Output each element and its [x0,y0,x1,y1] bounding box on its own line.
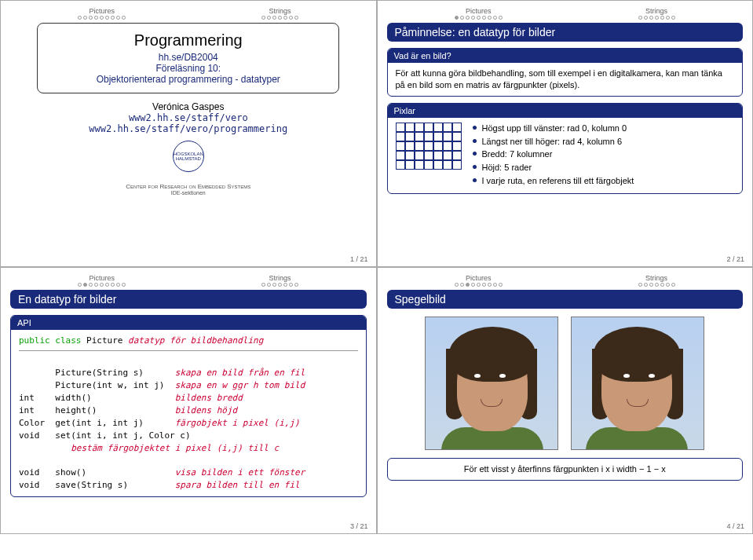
course-code: hh.se/DB2004 [49,52,327,63]
nav: Pictures Strings [387,7,744,20]
slide-grid: Pictures Strings Programmering hh.se/DB2… [0,0,753,534]
center-name: Center for Research on Embedded Systems [10,183,367,190]
sig: void save(String s) [19,480,175,490]
author-url-2[interactable]: www2.hh.se/staff/vero/programmering [10,123,367,134]
nav-strings-label: Strings [269,274,291,282]
nav: Pictures Strings [387,274,744,287]
progress-dots [78,16,126,20]
list-item: Höjd: 5 rader [473,162,634,174]
definition-box: Vad är en bild? För att kunna göra bildb… [387,48,744,97]
class-name: Picture [86,335,128,346]
comment: färgobjekt i pixel (i,j) [175,418,300,428]
sig: void show() [19,467,175,478]
nav-strings[interactable]: Strings [261,7,298,20]
slide-title: Påminnelse: en datatyp för bilder [387,23,744,42]
title-box: Programmering hh.se/DB2004 Föreläsning 1… [37,23,339,93]
slide-3: Pictures Strings En datatyp för bilder A… [0,267,377,534]
sig: int width() [19,393,175,403]
page-number: 3 / 21 [350,522,368,530]
logo-text: HÖGSKOLAN HALMSTAD [174,152,203,161]
api-code: public class Picture datatyp för bildbeh… [11,330,366,496]
lecture-subtitle: Objektorienterad programmering - datatyp… [49,74,327,85]
list-item: Högst upp till vänster: rad 0, kolumn 0 [473,123,634,134]
nav-strings-label: Strings [645,274,667,282]
comment: datatyp för bildbehandling [128,335,263,346]
slide-1: Pictures Strings Programmering hh.se/DB2… [0,0,377,267]
nav-pictures-label: Pictures [466,7,492,15]
progress-dots [261,16,298,20]
pixels-box: Pixlar Högst upp till vänster: rad 0, ko… [387,103,744,194]
slide-2: Pictures Strings Påminnelse: en datatyp … [377,0,754,267]
page-number: 2 / 21 [726,255,744,263]
nav-pictures[interactable]: Pictures [78,274,126,287]
sig: Picture(int w, int j) [19,380,175,390]
comment: spara bilden till en fil [175,480,300,490]
course-title: Programmering [49,31,327,49]
nav: Pictures Strings [10,274,367,287]
progress-dots [78,283,126,287]
halmstad-logo-icon: HÖGSKOLAN HALMSTAD [173,141,204,172]
mirror-formula: För ett visst y återfinns färgpunkten i … [388,459,743,480]
progress-dots [638,16,675,20]
api-heading: API [11,316,366,330]
comment: visa bilden i ett fönster [175,467,305,478]
pixel-grid-icon [396,123,462,170]
author-url-1[interactable]: www2.hh.se/staff/vero [10,112,367,123]
keyword: public class [19,335,86,346]
nav-pictures[interactable]: Pictures [455,7,503,20]
mirrored-photo [571,317,704,450]
api-box: API public class Picture datatyp för bil… [10,315,367,497]
nav-strings[interactable]: Strings [261,274,298,287]
sig: int height() [19,405,175,415]
comment: bildens höjd [175,405,237,415]
pixel-facts-list: Högst upp till vänster: rad 0, kolumn 0 … [473,123,634,188]
lecture-number: Föreläsning 10: [49,63,327,74]
slide-title: En datatyp för bilder [10,290,367,309]
list-item: I varje ruta, en referens till ett färgo… [473,175,634,187]
nav-pictures-label: Pictures [90,7,115,15]
slide-title: Spegelbild [387,290,744,309]
sig: Picture(String s) [19,368,175,378]
nav-pictures[interactable]: Pictures [455,274,503,287]
face-comparison [387,317,744,450]
author-name: Verónica Gaspes [10,101,367,112]
nav-strings-label: Strings [269,7,291,15]
comment: bestäm färgobjektet i pixel (i,j) till c [19,443,279,453]
sig: void set(int i, int j, Color c) [19,430,191,441]
definition-body: För att kunna göra bildbehandling, som t… [388,63,743,96]
progress-dots [455,283,503,287]
nav-pictures[interactable]: Pictures [78,7,126,20]
comment: skapa en bild från en fil [175,368,305,378]
page-number: 1 / 21 [350,255,368,263]
list-item: Bredd: 7 kolumner [473,148,634,160]
nav-strings-label: Strings [645,7,667,15]
nav-strings[interactable]: Strings [638,274,675,287]
nav-pictures-label: Pictures [90,274,115,282]
comment: skapa en w ggr h tom bild [175,380,305,390]
progress-dots [455,16,503,20]
definition-heading: Vad är en bild? [388,49,743,63]
page-number: 4 / 21 [726,522,744,530]
list-item: Längst ner till höger: rad 4, kolumn 6 [473,136,634,148]
caption-box: För ett visst y återfinns färgpunkten i … [387,458,744,481]
progress-dots [638,283,675,287]
original-photo [425,317,558,450]
section-name: IDE-sektionen [10,190,367,196]
nav: Pictures Strings [10,7,367,20]
slide-4: Pictures Strings Spegelbild För ett v [377,267,754,534]
sig: Color get(int i, int j) [19,418,175,428]
progress-dots [261,283,298,287]
nav-pictures-label: Pictures [466,274,492,282]
nav-strings[interactable]: Strings [638,7,675,20]
comment: bildens bredd [175,393,243,403]
author-block: Verónica Gaspes www2.hh.se/staff/vero ww… [10,101,367,134]
pixels-heading: Pixlar [388,104,743,118]
